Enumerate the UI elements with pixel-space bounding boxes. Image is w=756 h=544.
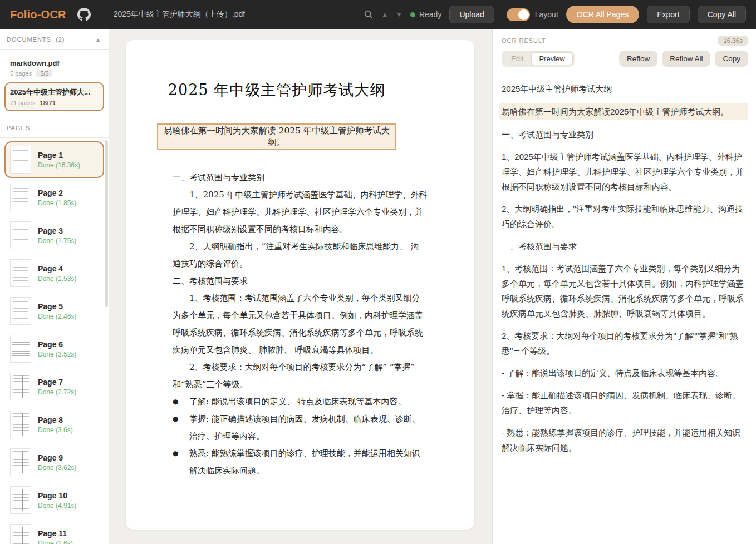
- github-icon[interactable]: [77, 8, 91, 21]
- preview-line: ●掌握: 能正确描述该项目的病因、发病机制、临床表现、诊断、: [173, 411, 396, 428]
- document-preview-area[interactable]: 2025 年中级主管护师考试大纲 易哈佛在第一时间为大家解读 2025 年中级主…: [109, 29, 492, 544]
- page-item-text: Page 5Done (2.46s): [38, 302, 76, 320]
- document-progress-badge: 5/5: [36, 70, 52, 77]
- document-title: 2025年中级主管护师大纲（上传）.pdf: [114, 9, 246, 19]
- page-status: Done (2.72s): [38, 388, 76, 396]
- page-list-item[interactable]: Page 5Done (2.46s): [4, 293, 104, 329]
- page-list-item[interactable]: Page 10Done (4.91s): [4, 482, 104, 518]
- preview-line: 疾病单元又包含肺炎、 肺脓肿、 呼吸衰竭等具体项目。: [173, 342, 396, 359]
- next-match-icon[interactable]: ▼: [396, 11, 402, 18]
- page-label: Page 11: [38, 529, 73, 538]
- bullet-icon: ●: [173, 393, 178, 411]
- topbar-divider: [102, 8, 102, 21]
- page-list-item[interactable]: Page 1Done (16.36s): [4, 141, 104, 178]
- page-label: Page 8: [38, 416, 73, 424]
- preview-tab[interactable]: Preview: [531, 52, 572, 65]
- upload-button[interactable]: Upload: [449, 6, 494, 23]
- documents-header-label: DOCUMENTS: [7, 36, 51, 43]
- preview-line: 护理学、妇产科护理学、儿科护理学、社区护理学六个专业类别，并: [173, 204, 396, 221]
- document-page-count: 71 pages: [10, 100, 35, 106]
- page-label: Page 9: [38, 453, 76, 462]
- page-status: Done (16.36s): [38, 161, 80, 169]
- page-list-item[interactable]: Page 3Done (1.75s): [4, 217, 104, 254]
- ocr-paragraph: 1、考核范围：考试范围涵盖了六个专业类别，每个类别又细分为多个单元，每个单元又包…: [502, 261, 748, 321]
- page-status: Done (1.75s): [38, 237, 76, 245]
- ocr-paragraph: - 了解：能说出该项目的定义、特点及临床表现等基本内容。: [502, 365, 748, 380]
- page-thumbnail: [10, 297, 31, 325]
- page-label: Page 4: [38, 264, 76, 273]
- page-item-text: Page 1Done (16.36s): [38, 151, 80, 169]
- edit-preview-segmented: Edit Preview: [502, 51, 575, 67]
- page-label: Page 5: [38, 302, 76, 311]
- prev-match-icon[interactable]: ▲: [381, 11, 388, 18]
- layout-toggle[interactable]: [507, 8, 530, 21]
- page-list-item[interactable]: Page 11Done (2.6s): [4, 520, 104, 544]
- document-page-count: 5 pages: [10, 70, 32, 77]
- bullet-icon: ●: [173, 445, 178, 462]
- ocr-paragraph: 1、2025年中级主管护师考试涵盖医学基础、内科护理学、外科护理学、妇产科护理学…: [502, 149, 748, 194]
- page-thumbnail: [10, 146, 31, 174]
- reflow-button[interactable]: Reflow: [619, 51, 657, 67]
- ocr-paragraph: 2、大纲明确指出，"注重对考生实际技能和临床思维能力、沟通技巧的综合评价。: [502, 201, 748, 231]
- page-thumbnail: [10, 335, 31, 363]
- page-list-item[interactable]: Page 8Done (3.6s): [4, 406, 104, 443]
- page-thumbnail: [10, 524, 31, 544]
- page-thumbnail: [10, 486, 31, 514]
- document-item-title: markdown.pdf: [10, 59, 99, 67]
- reflow-all-button[interactable]: Reflow All: [662, 51, 710, 67]
- preview-line: 治疗、护理等内容。: [173, 428, 396, 445]
- ocr-paragraph: - 熟悉：能熟练掌握该项目的诊疗、护理技能，并能运用相关知识解决临床实际问题。: [502, 425, 748, 455]
- export-button[interactable]: Export: [647, 6, 689, 23]
- preview-line: 通技巧的综合评价。: [173, 255, 396, 273]
- page-label: Page 2: [38, 189, 76, 197]
- page-list-item[interactable]: Page 7Done (2.72s): [4, 368, 104, 405]
- toggle-knob: [518, 9, 529, 20]
- ocr-paragraph: 2、考核要求：大纲对每个项目的考核要求分为"了解""掌握"和"熟悉"三个等级。: [502, 328, 748, 358]
- page-thumbnail: [10, 448, 31, 476]
- document-item[interactable]: 2025年中级主管护师大...71 pages18/71: [4, 82, 104, 111]
- page-status: Done (1.53s): [38, 275, 76, 283]
- page-status: Done (4.91s): [38, 502, 76, 510]
- documents-count: (2): [56, 36, 65, 43]
- page-item-text: Page 2Done (1.85s): [38, 189, 76, 207]
- page-item-text: Page 10Done (4.91s): [38, 491, 76, 510]
- ocr-paragraph: - 掌握：能正确描述该项目的病因、发病机制、临床表现、诊断、治疗、护理等内容。: [502, 388, 748, 418]
- page-item-text: Page 11Done (2.6s): [38, 529, 73, 544]
- document-item-meta: 5 pages5/5: [10, 70, 99, 77]
- edit-tab[interactable]: Edit: [503, 52, 531, 65]
- ready-dot: [410, 12, 415, 17]
- page-status: Done (1.85s): [38, 199, 76, 207]
- page-label: Page 6: [38, 340, 76, 349]
- page-thumbnail: [10, 411, 31, 438]
- preview-line: 二、考核范围与要求: [173, 273, 396, 290]
- ocr-text-content[interactable]: 2025年中级主管护师考试大纲易哈佛在第一时间为大家解读2025年中级主管护师考…: [493, 73, 756, 544]
- preview-document-title: 2025 年中级主管护师考试大纲: [157, 80, 396, 100]
- status-text: Ready: [419, 10, 441, 19]
- ocr-result-panel: OCR RESULT 16.36s Edit Preview Reflow Re…: [492, 29, 756, 544]
- preview-line: 为多个单元，每个单元又包含若干具体项目。例如，内科护理学涵盖: [173, 307, 396, 324]
- page-label: Page 7: [38, 378, 76, 387]
- preview-line: 呼吸系统疾病、循环系统疾病、消化系统疾病等多个单元，呼吸系统: [173, 324, 396, 342]
- documents-header: DOCUMENTS (2) ▲: [0, 29, 109, 49]
- page-list-item[interactable]: Page 2Done (1.85s): [4, 179, 104, 216]
- page-list-item[interactable]: Page 4Done (1.53s): [4, 255, 104, 291]
- collapse-documents-icon[interactable]: ▲: [95, 37, 101, 43]
- app-logo: Folio-OCR: [10, 8, 66, 21]
- page-thumbnail: [10, 184, 31, 211]
- search-icon[interactable]: [364, 9, 374, 19]
- sidebar: DOCUMENTS (2) ▲ markdown.pdf5 pages5/520…: [0, 29, 109, 544]
- ocr-all-pages-button[interactable]: OCR All Pages: [566, 6, 639, 23]
- pages-scrollbar[interactable]: [105, 140, 108, 307]
- page-item-text: Page 8Done (3.6s): [38, 416, 73, 434]
- documents-list: markdown.pdf5 pages5/52025年中级主管护师大...71 …: [0, 50, 109, 117]
- document-item[interactable]: markdown.pdf5 pages5/5: [4, 54, 104, 82]
- page-item-text: Page 6Done (3.52s): [38, 340, 76, 358]
- pages-header: PAGES: [0, 117, 109, 137]
- copy-all-button[interactable]: Copy All: [698, 6, 746, 23]
- copy-button[interactable]: Copy: [715, 51, 748, 67]
- page-preview: 2025 年中级主管护师考试大纲 易哈佛在第一时间为大家解读 2025 年中级主…: [126, 40, 474, 530]
- pages-header-label: PAGES: [7, 125, 30, 131]
- preview-line: ●了解: 能说出该项目的定义、 特点及临床表现等基本内容。: [173, 393, 396, 411]
- page-list-item[interactable]: Page 9Done (3.62s): [4, 444, 104, 481]
- page-list-item[interactable]: Page 6Done (3.52s): [4, 330, 104, 367]
